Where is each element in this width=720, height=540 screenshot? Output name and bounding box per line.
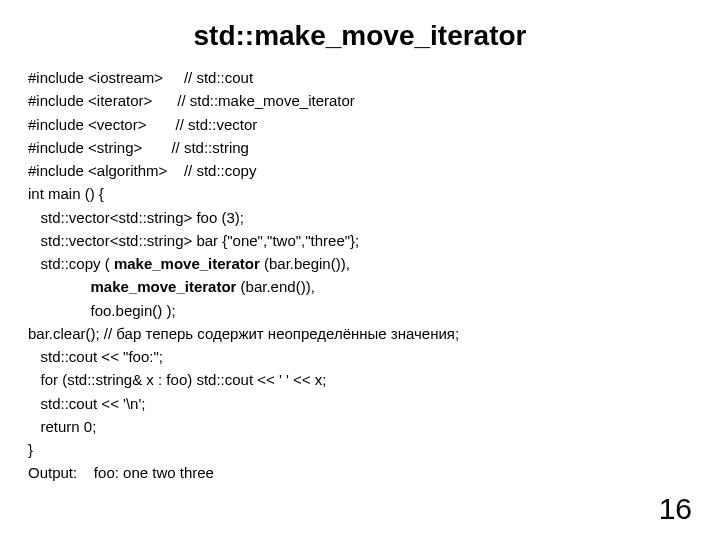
- code-line: std::vector<std::string> foo (3);: [28, 209, 244, 226]
- code-line: }: [28, 441, 33, 458]
- code-token: copy (: [69, 255, 114, 272]
- code-token: begin() );: [116, 302, 176, 319]
- code-line: std::: [28, 255, 69, 272]
- code-token: clear(); // бар теперь содержит неопреде…: [53, 325, 459, 342]
- code-line: std::cout << "foo:";: [28, 348, 163, 365]
- code-bold: make_move_iterator: [114, 255, 260, 272]
- code-token: begin()),: [294, 255, 350, 272]
- code-line: std::vector<std::string> bar {"one","two…: [28, 232, 359, 249]
- code-line: return 0;: [28, 418, 96, 435]
- code-line: int main () {: [28, 185, 104, 202]
- code-block: #include <iostream> // std::cout #includ…: [28, 66, 692, 485]
- code-line: std::cout << '\n';: [28, 395, 145, 412]
- code-line: #include <algorithm> // std::: [28, 162, 225, 179]
- code-line: for (std::string& x : foo) std::cout << …: [28, 371, 326, 388]
- code-bold: make_move_iterator: [91, 278, 237, 295]
- slide: std::make_move_iterator #include <iostre…: [0, 0, 720, 540]
- code-token: (bar.: [260, 255, 294, 272]
- code-line: #include <iostream> // std::: [28, 69, 225, 86]
- code-line: #include <vector> // std::vector: [28, 116, 257, 133]
- slide-title: std::make_move_iterator: [28, 20, 692, 52]
- code-token: copy: [225, 162, 257, 179]
- code-line: Output: foo: one two three: [28, 464, 214, 481]
- code-line: bar.: [28, 325, 53, 342]
- code-line: [28, 278, 91, 295]
- code-line: foo.: [28, 302, 116, 319]
- code-token: (bar.end()),: [236, 278, 314, 295]
- code-line: #include <string> // std::string: [28, 139, 249, 156]
- code-token: cout: [225, 69, 253, 86]
- page-number: 16: [659, 492, 692, 526]
- code-line: #include <iterator> // std::make_move_it…: [28, 92, 355, 109]
